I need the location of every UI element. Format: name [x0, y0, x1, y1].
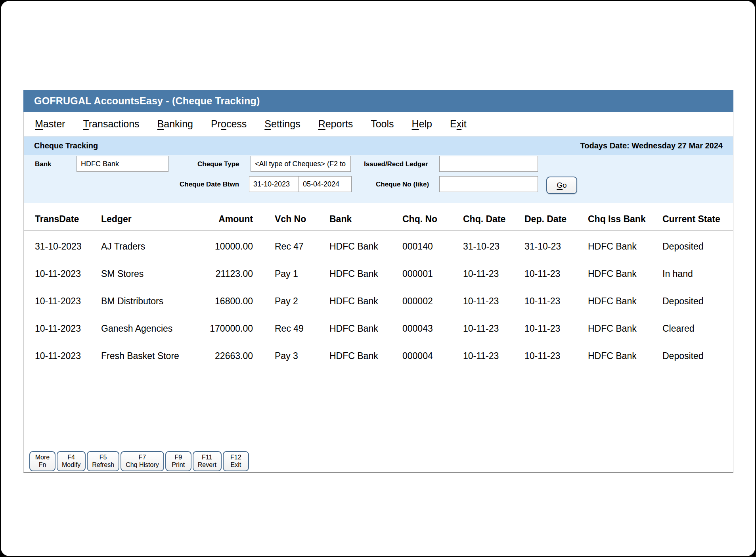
column-header-depdate: Dep. Date [524, 214, 588, 225]
menu-text: aster [43, 118, 65, 129]
cell-chqdate: 10-11-23 [463, 351, 524, 361]
cell-transdate: 10-11-2023 [35, 351, 101, 361]
fn-line1: F9 [170, 454, 186, 461]
cell-depdate: 31-10-23 [524, 241, 588, 252]
cell-amount: 10000.00 [190, 241, 253, 252]
issued-recd-ledger-input[interactable] [439, 156, 538, 172]
menu-accel: T [83, 118, 88, 129]
f9-print-button[interactable]: F9Print [165, 451, 191, 471]
cell-amount: 16800.00 [190, 296, 253, 307]
table-row[interactable]: 10-11-2023 Ganesh Agencies 170000.00 Rec… [24, 315, 733, 342]
cell-chqno: 000004 [402, 351, 463, 361]
table-row[interactable]: 31-10-2023 AJ Traders 10000.00 Rec 47 HD… [24, 233, 733, 260]
f12-exit-button[interactable]: F12Exit [223, 451, 249, 471]
fn-line2: Modify [62, 461, 80, 469]
cell-vchno: Pay 3 [253, 351, 329, 361]
cheque-type-label: Cheque Type [197, 160, 239, 168]
cell-depdate: 10-11-23 [524, 296, 588, 307]
menu-item-master[interactable]: Master [35, 118, 65, 130]
cell-currentstate: In hand [662, 269, 733, 279]
f4-modify-button[interactable]: F4Modify [57, 451, 86, 471]
column-header-amount: Amount [190, 214, 253, 225]
cell-chqissbank: HDFC Bank [588, 241, 662, 252]
fn-line1: F5 [92, 454, 114, 461]
column-header-vchno: Vch No [253, 214, 329, 225]
f5-refresh-button[interactable]: F5Refresh [87, 451, 119, 471]
cell-vchno: Rec 49 [253, 323, 329, 334]
fn-line1: More [34, 454, 50, 461]
cell-chqissbank: HDFC Bank [588, 296, 662, 307]
menu-text: ettings [271, 118, 300, 129]
cell-chqissbank: HDFC Bank [588, 323, 662, 334]
fn-line1: F12 [228, 454, 244, 461]
cell-chqno: 000043 [402, 323, 463, 334]
cell-ledger: AJ Traders [101, 241, 190, 252]
column-header-bank: Bank [329, 214, 402, 225]
cell-currentstate: Deposited [662, 351, 733, 361]
cell-bank: HDFC Bank [329, 269, 402, 279]
bank-input[interactable] [77, 156, 168, 172]
issued-recd-ledger-label: Issued/Recd Ledger [364, 160, 428, 168]
function-key-bar: MoreFn F4Modify F5Refresh F7Chq History … [29, 451, 249, 471]
menu-item-transactions[interactable]: Transactions [83, 118, 139, 130]
todays-date: Todays Date: Wednesday 27 Mar 2024 [580, 141, 723, 150]
menu-item-settings[interactable]: Settings [264, 118, 300, 130]
app-window: GOFRUGAL AccountsEasy - (Cheque Tracking… [23, 90, 733, 473]
filter-panel: Bank Cheque Type Issued/Recd Ledger Cheq… [24, 155, 733, 203]
desktop-page: GOFRUGAL AccountsEasy - (Cheque Tracking… [1, 1, 755, 556]
cell-transdate: 31-10-2023 [35, 241, 101, 252]
menu-accel: H [412, 118, 419, 129]
more-fn-button[interactable]: MoreFn [29, 451, 56, 471]
menu-accel: B [157, 118, 164, 129]
menu-item-exit[interactable]: Exit [450, 118, 467, 130]
go-rest: o [563, 181, 567, 189]
table-header-row: TransDate Ledger Amount Vch No Bank Chq.… [24, 208, 733, 230]
menu-item-process[interactable]: Process [211, 118, 247, 130]
fn-line2: Fn [34, 461, 50, 469]
fn-line2: Revert [198, 461, 216, 469]
cheque-type-input[interactable] [251, 156, 351, 172]
go-button[interactable]: Go [546, 177, 577, 194]
menu-text: E [450, 118, 457, 129]
cell-chqdate: 10-11-23 [463, 269, 524, 279]
cell-chqdate: 31-10-23 [463, 241, 524, 252]
cell-bank: HDFC Bank [329, 351, 402, 361]
go-accel: G [557, 181, 563, 189]
menu-item-reports[interactable]: Reports [318, 118, 353, 130]
menu-accel: M [35, 118, 43, 129]
table-row[interactable]: 10-11-2023 SM Stores 21123.00 Pay 1 HDFC… [24, 260, 733, 288]
menu-text: Tools [371, 118, 394, 129]
cell-ledger: SM Stores [101, 269, 190, 279]
table-row[interactable]: 10-11-2023 BM Distributors 16800.00 Pay … [24, 288, 733, 315]
fn-line1: F11 [198, 454, 216, 461]
f11-revert-button[interactable]: F11Revert [193, 451, 222, 471]
screen-header-bar: Cheque Tracking Todays Date: Wednesday 2… [24, 136, 733, 155]
cell-ledger: BM Distributors [101, 296, 190, 307]
table-row[interactable]: 10-11-2023 Fresh Basket Store 22663.00 P… [24, 342, 733, 370]
menu-accel: S [264, 118, 271, 129]
menu-item-tools[interactable]: Tools [371, 118, 394, 130]
cheque-date-btwn-label: Cheque Date Btwn [180, 181, 239, 188]
menu-text: Pr [211, 118, 221, 129]
menu-item-help[interactable]: Help [412, 118, 432, 130]
cell-transdate: 10-11-2023 [35, 269, 101, 279]
cell-chqno: 000001 [402, 269, 463, 279]
cell-depdate: 10-11-23 [524, 269, 588, 279]
cell-amount: 170000.00 [190, 323, 253, 334]
cell-vchno: Rec 47 [253, 241, 329, 252]
menu-text: cess [226, 118, 247, 129]
f7-chq-history-button[interactable]: F7Chq History [121, 451, 164, 471]
cheque-date-from-input[interactable] [249, 176, 299, 192]
cell-chqno: 000140 [402, 241, 463, 252]
cell-vchno: Pay 2 [253, 296, 329, 307]
cell-bank: HDFC Bank [329, 323, 402, 334]
cheque-no-input[interactable] [439, 176, 538, 192]
menu-accel: R [318, 118, 325, 129]
cell-bank: HDFC Bank [329, 296, 402, 307]
menu-accel: x [457, 118, 462, 129]
menu-text: eports [325, 118, 353, 129]
cell-chqissbank: HDFC Bank [588, 351, 662, 361]
cheque-date-to-input[interactable] [299, 176, 352, 192]
menu-item-banking[interactable]: Banking [157, 118, 193, 130]
cheque-no-label: Cheque No (like) [376, 181, 429, 188]
